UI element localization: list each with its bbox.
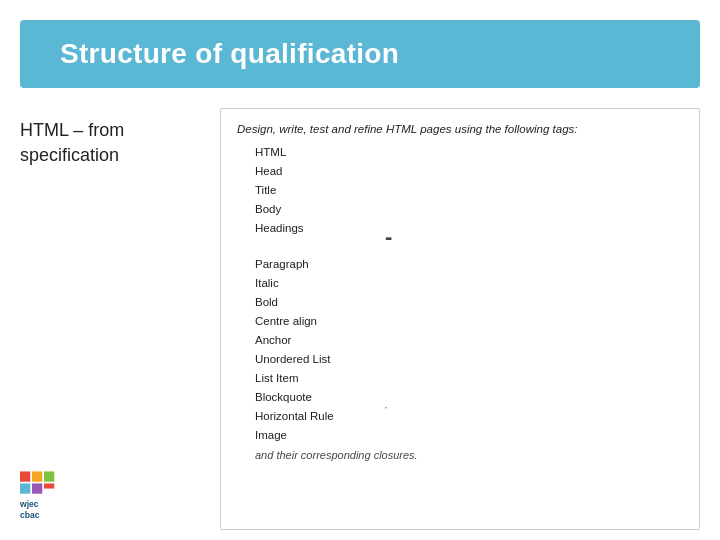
- tag-name: Italic: [255, 274, 385, 293]
- tag-name: HTML: [255, 143, 385, 162]
- list-item: Blockquote: [255, 388, 683, 407]
- list-item: Italic: [255, 274, 683, 293]
- tag-name: Centre align: [255, 312, 385, 331]
- tag-name: Blockquote: [255, 388, 385, 407]
- svg-rect-5: [44, 483, 54, 488]
- tag-name: Anchor: [255, 331, 385, 350]
- list-item: Centre align: [255, 312, 683, 331]
- list-item: Title</span>: [255, 181, 683, 200]
- svg-rect-1: [32, 471, 42, 481]
- tag-name: Head: [255, 162, 385, 181]
- list-item: Head: [255, 162, 683, 181]
- list-item: Horizontal Rule: [255, 407, 683, 426]
- list-item: Anchor: [255, 331, 683, 350]
- tag-name: Unordered List: [255, 350, 385, 369]
- spec-panel: Design, write, test and refine HTML page…: [220, 108, 700, 530]
- list-item: Paragraph: [255, 255, 683, 274]
- list-item: Headings-: [255, 219, 683, 255]
- tag-name: Horizontal Rule: [255, 407, 385, 426]
- spec-list: HTMLHeadTitle</span>BodyHeadings-Paragra…: [237, 143, 683, 445]
- svg-text:wjec: wjec: [20, 499, 39, 509]
- header-bar: Structure of qualification: [20, 20, 700, 88]
- wjec-cbac-logo: wjec cbac: [20, 470, 80, 520]
- html-label: HTML – from specification: [20, 118, 220, 168]
- slide: Structure of qualification HTML – from s…: [0, 0, 720, 540]
- svg-rect-3: [20, 483, 30, 493]
- tag-code: [385, 407, 387, 426]
- logo-area: wjec cbac: [20, 470, 220, 520]
- tag-name: Bold: [255, 293, 385, 312]
- tag-name: Headings: [255, 219, 385, 255]
- slide-title: Structure of qualification: [60, 38, 660, 70]
- list-item: HTML: [255, 143, 683, 162]
- list-item: Image: [255, 426, 683, 445]
- svg-text:cbac: cbac: [20, 510, 40, 520]
- tag-code: -: [385, 219, 392, 255]
- list-item: Body: [255, 200, 683, 219]
- tag-name: Image: [255, 426, 385, 445]
- svg-rect-2: [44, 471, 54, 481]
- tag-name: Paragraph: [255, 255, 385, 274]
- list-item: List Item: [255, 369, 683, 388]
- tag-name: Body: [255, 200, 385, 219]
- svg-rect-0: [20, 471, 30, 481]
- left-panel: HTML – from specification wjec cbac: [20, 108, 220, 530]
- spec-footer: and their corresponding closures.: [237, 449, 683, 461]
- tag-name: Title: [255, 181, 385, 200]
- content-area: HTML – from specification wjec cbac: [0, 88, 720, 540]
- svg-rect-4: [32, 483, 42, 493]
- list-item: Unordered List: [255, 350, 683, 369]
- tag-name: List Item: [255, 369, 385, 388]
- spec-intro: Design, write, test and refine HTML page…: [237, 123, 683, 135]
- list-item: Bold: [255, 293, 683, 312]
